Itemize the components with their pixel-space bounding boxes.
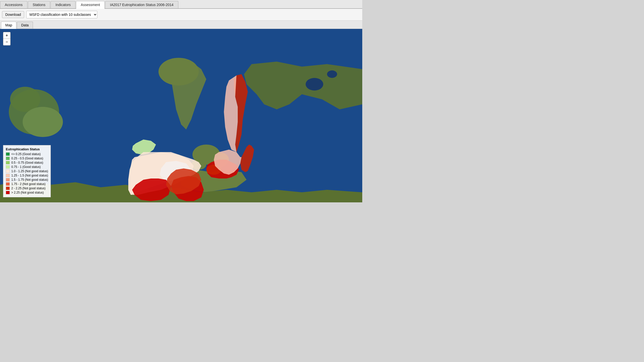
toolbar: Download MSFD classification with 10 sub… <box>0 9 362 21</box>
tab-accessions[interactable]: Accessions <box>0 1 27 8</box>
legend-label-7: 1.75 - 2 (Not good status) <box>11 182 46 186</box>
legend-item-3: 0.75 - 1 (Good status) <box>6 165 48 169</box>
legend-item-7: 1.75 - 2 (Not good status) <box>6 182 48 186</box>
zoom-in-button[interactable]: + <box>3 32 10 39</box>
map-container[interactable]: + − Eutrophication Status <= 0.25 (Good … <box>0 29 362 202</box>
legend-item-5: 1.25 - 1.5 (Not good status) <box>6 174 48 177</box>
legend-label-0: <= 0.25 (Good status) <box>11 152 41 156</box>
subtab-data[interactable]: Data <box>17 22 33 29</box>
legend-item-8: 2 - 2.25 (Not good status) <box>6 187 48 190</box>
svg-point-3 <box>23 107 63 137</box>
subtab-map[interactable]: Map <box>1 22 16 29</box>
legend-item-9: > 2.25 (Not good status) <box>6 191 48 194</box>
svg-point-7 <box>306 78 323 90</box>
legend-color-0 <box>6 152 10 156</box>
legend-color-6 <box>6 178 10 182</box>
legend-color-8 <box>6 187 10 190</box>
tab-stations[interactable]: Stations <box>28 1 50 8</box>
legend-label-5: 1.25 - 1.5 (Not good status) <box>11 174 48 177</box>
legend-label-6: 1.5 - 1.75 (Not good status) <box>11 178 48 182</box>
tab-indicators[interactable]: Indicators <box>51 1 75 8</box>
legend-label-4: 1.0 - 1.25 (Not good status) <box>11 169 48 173</box>
zoom-controls: + − <box>3 32 11 46</box>
legend-label-1: 0.25 - 0.5 (Good status) <box>11 157 43 160</box>
legend-label-3: 0.75 - 1 (Good status) <box>11 165 41 169</box>
legend-color-7 <box>6 182 10 186</box>
legend-item-4: 1.0 - 1.25 (Not good status) <box>6 169 48 173</box>
legend-color-3 <box>6 165 10 169</box>
sub-tabs: Map Data <box>0 21 362 29</box>
legend-color-5 <box>6 174 10 177</box>
classification-dropdown[interactable]: MSFD classification with 10 subclasses M… <box>26 11 97 18</box>
svg-point-5 <box>158 58 199 85</box>
legend-label-8: 2 - 2.25 (Not good status) <box>11 187 46 190</box>
zoom-out-button[interactable]: − <box>3 39 10 45</box>
legend-color-2 <box>6 161 10 164</box>
legend-item-0: <= 0.25 (Good status) <box>6 152 48 156</box>
tab-assessment[interactable]: Assessment <box>76 1 105 9</box>
legend-item-1: 0.25 - 0.5 (Good status) <box>6 157 48 160</box>
legend-item-6: 1.5 - 1.75 (Not good status) <box>6 178 48 182</box>
tab-ia2017[interactable]: IA2017 Eutrophication Status 2006-2014 <box>105 1 178 8</box>
legend-item-2: 0.5 - 0.75 (Good status) <box>6 161 48 164</box>
svg-point-8 <box>327 70 337 78</box>
legend-label-9: > 2.25 (Not good status) <box>11 191 44 194</box>
legend-label-2: 0.5 - 0.75 (Good status) <box>11 161 43 164</box>
legend: Eutrophication Status <= 0.25 (Good stat… <box>3 145 51 197</box>
legend-color-9 <box>6 191 10 194</box>
map-background <box>0 29 362 202</box>
download-button[interactable]: Download <box>2 11 24 18</box>
nav-tabs: Accessions Stations Indicators Assessmen… <box>0 0 362 9</box>
legend-color-4 <box>6 169 10 173</box>
legend-color-1 <box>6 157 10 160</box>
legend-title: Eutrophication Status <box>6 147 48 151</box>
